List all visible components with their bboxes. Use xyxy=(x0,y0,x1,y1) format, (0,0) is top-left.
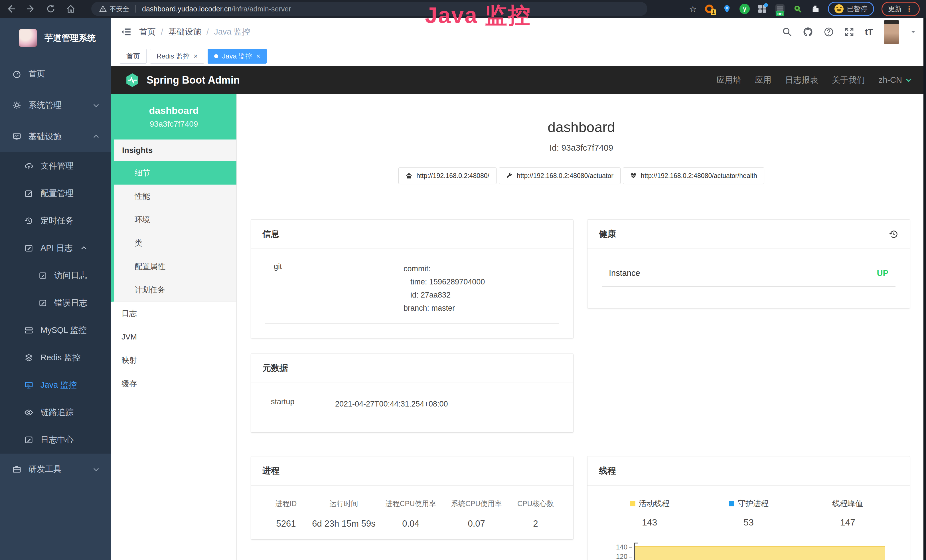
extension-pin-icon[interactable] xyxy=(722,4,732,14)
chevron-up-icon xyxy=(80,244,88,252)
update-label: 更新 xyxy=(888,4,902,14)
breadcrumb-home[interactable]: 首页 xyxy=(139,26,156,38)
sba-menu-mappings[interactable]: 映射 xyxy=(111,349,236,372)
font-size-icon[interactable]: tT xyxy=(865,27,873,37)
sidebar-item-api-log[interactable]: API 日志 xyxy=(0,235,111,262)
address-bar[interactable]: 不安全 dashboard.yudao.iocoder.cn/infra/adm… xyxy=(91,2,648,16)
service-url-button[interactable]: http://192.168.0.2:48080/ xyxy=(398,168,496,184)
sidebar-item-access-log[interactable]: 访问日志 xyxy=(0,262,111,289)
stat-daemon-threads: 守护进程 53 xyxy=(699,498,798,528)
tab-bar: 首页 Redis 监控× Java 监控× xyxy=(111,46,926,66)
app-logo[interactable]: 芋道管理系统 xyxy=(0,18,111,58)
extensions-puzzle-icon[interactable] xyxy=(810,4,820,14)
sidebar-item-label: 系统管理 xyxy=(29,100,62,111)
sba-nav-applications[interactable]: 应用 xyxy=(755,74,772,86)
col-value: 0.04 xyxy=(378,519,443,529)
extension-badge-count: 1 xyxy=(711,9,716,15)
wrench-icon xyxy=(506,172,513,179)
java-monitor-icon xyxy=(24,381,33,389)
extension-y-icon[interactable]: y xyxy=(740,4,750,14)
screen: 不安全 dashboard.yudao.iocoder.cn/infra/adm… xyxy=(0,0,926,560)
col-value: 6d 23h 15m 59s xyxy=(310,519,378,529)
git-id-line: id: 27aa832 xyxy=(404,288,559,301)
extension-magnifier-icon[interactable] xyxy=(793,4,803,14)
sidebar-item-config[interactable]: 配置管理 xyxy=(0,180,111,207)
extension-on-icon[interactable]: on xyxy=(775,4,785,14)
sba-menu-logs[interactable]: 日志 xyxy=(111,302,236,325)
sba-menu-environment[interactable]: 环境 xyxy=(114,208,236,232)
github-icon[interactable] xyxy=(803,27,813,37)
actuator-url-button[interactable]: http://192.168.0.2:48080/actuator xyxy=(499,168,620,184)
help-icon[interactable] xyxy=(824,27,834,37)
tab-label: Redis 监控 xyxy=(157,51,190,61)
sba-locale-select[interactable]: zh-CN xyxy=(879,75,912,85)
sidebar-item-dev-tools[interactable]: 研发工具 xyxy=(0,454,111,485)
sba-instance-header[interactable]: dashboard 93a3fc7f7409 xyxy=(111,94,236,139)
sba-menu-jvm[interactable]: JVM xyxy=(111,325,236,349)
sidebar-item-redis[interactable]: Redis 监控 xyxy=(0,344,111,371)
stat-peak-threads: 线程峰值 147 xyxy=(798,498,897,528)
sba-nav-wallboard[interactable]: 应用墙 xyxy=(716,74,741,86)
sidebar-item-label: 日志中心 xyxy=(41,434,74,446)
sba-navbar: Spring Boot Admin 应用墙 应用 日志报表 关于我们 zh-CN xyxy=(111,66,926,94)
user-avatar[interactable] xyxy=(884,20,899,44)
extension-orange-icon[interactable]: 1 xyxy=(704,4,714,14)
update-button[interactable]: 更新⋮ xyxy=(882,2,920,16)
sidebar-item-home[interactable]: 首页 xyxy=(0,58,111,89)
stat-label: 线程峰值 xyxy=(832,498,863,509)
sidebar-item-log-center[interactable]: 日志中心 xyxy=(0,426,111,454)
sba-menu-details[interactable]: 细节 xyxy=(111,161,236,185)
sba-menu-caches[interactable]: 缓存 xyxy=(111,372,236,395)
sidebar-collapse-icon[interactable] xyxy=(121,27,131,37)
tab-java-monitor[interactable]: Java 监控× xyxy=(207,49,267,64)
sidebar-item-mysql[interactable]: MySQL 监控 xyxy=(0,317,111,344)
tab-label: 首页 xyxy=(126,51,140,61)
sidebar-item-java-monitor[interactable]: Java 监控 xyxy=(0,371,111,399)
active-tab-dot xyxy=(214,54,218,58)
sidebar-item-jobs[interactable]: 定时任务 xyxy=(0,207,111,235)
sidebar-item-label: MySQL 监控 xyxy=(41,325,87,336)
sba-menu-scheduled-tasks[interactable]: 计划任务 xyxy=(114,278,236,301)
sba-menu-metrics[interactable]: 性能 xyxy=(114,185,236,208)
sba-brand[interactable]: Spring Boot Admin xyxy=(125,73,240,88)
sba-nav-about[interactable]: 关于我们 xyxy=(832,74,865,86)
tab-home[interactable]: 首页 xyxy=(120,49,147,64)
sidebar-item-system[interactable]: 系统管理 xyxy=(0,89,111,121)
security-warning[interactable]: 不安全 xyxy=(99,5,129,14)
app-logo-image xyxy=(19,29,37,47)
window-scrollbar[interactable] xyxy=(923,18,926,560)
sidebar-item-label: 文件管理 xyxy=(41,160,74,172)
forward-icon[interactable] xyxy=(26,4,35,14)
sidebar-item-infra[interactable]: 基础设施 xyxy=(0,121,111,152)
back-icon[interactable] xyxy=(6,4,15,14)
sba-menu-classes[interactable]: 类 xyxy=(114,232,236,255)
sba-menu-config-props[interactable]: 配置属性 xyxy=(114,255,236,278)
bookmark-star-icon[interactable]: ☆ xyxy=(689,4,697,14)
home-icon[interactable] xyxy=(66,4,75,14)
tab-close-icon[interactable]: × xyxy=(256,53,260,60)
sidebar-item-error-log[interactable]: 错误日志 xyxy=(0,289,111,317)
divider xyxy=(265,419,559,419)
sidebar-item-files[interactable]: 文件管理 xyxy=(0,152,111,180)
reload-icon[interactable] xyxy=(46,4,55,14)
card-title: 健康 xyxy=(599,228,616,240)
breadcrumb-infra[interactable]: 基础设施 xyxy=(168,26,201,38)
browser-menu-icon[interactable]: ⋮ xyxy=(905,4,913,14)
tab-close-icon[interactable]: × xyxy=(194,53,198,60)
extension-grid-icon[interactable] xyxy=(757,4,767,14)
sidebar-item-label: 基础设施 xyxy=(29,131,62,142)
sidebar-item-label: 定时任务 xyxy=(41,215,74,227)
user-menu-caret-icon[interactable] xyxy=(910,29,916,35)
tab-redis-monitor[interactable]: Redis 监控× xyxy=(150,49,204,64)
sba-nav-journal[interactable]: 日志报表 xyxy=(785,74,818,86)
health-url-button[interactable]: http://192.168.0.2:48080/actuator/health xyxy=(623,168,764,184)
security-label: 不安全 xyxy=(109,5,129,14)
col-header: 运行时间 xyxy=(310,499,378,509)
chevron-down-icon xyxy=(905,76,912,84)
fullscreen-icon[interactable] xyxy=(844,27,854,37)
paused-profile-pill[interactable]: 已暂停 xyxy=(828,2,874,16)
history-icon[interactable] xyxy=(889,229,898,239)
col-value: 0.07 xyxy=(444,519,509,529)
sidebar-item-tracing[interactable]: 链路追踪 xyxy=(0,399,111,426)
search-icon[interactable] xyxy=(782,27,792,37)
